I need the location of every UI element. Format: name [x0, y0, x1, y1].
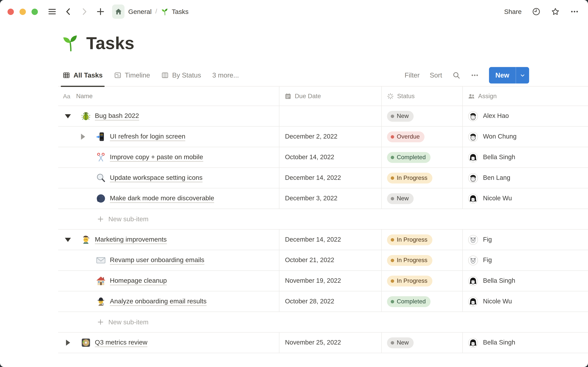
envelope-icon [95, 255, 106, 266]
assign-cell[interactable]: Ben Lang [463, 168, 588, 188]
breadcrumb-page[interactable]: Tasks [172, 8, 189, 16]
new-sub-item-button[interactable]: New sub-item [58, 312, 588, 333]
due-date-cell[interactable]: October 14, 2022 [279, 147, 382, 167]
status-cell[interactable]: In Progress [382, 230, 463, 250]
status-badge[interactable]: In Progress [387, 234, 432, 245]
status-cell[interactable]: In Progress [382, 168, 463, 188]
assign-cell[interactable]: Fig [463, 230, 588, 250]
page-title[interactable]: Tasks [86, 33, 134, 53]
breadcrumb-home-chip[interactable] [112, 4, 124, 19]
due-date-cell[interactable]: December 3, 2022 [279, 188, 382, 209]
task-link[interactable]: Homepage cleanup [110, 277, 167, 285]
zoom-window-button[interactable] [32, 8, 38, 15]
due-date-cell[interactable]: December 2, 2022 [279, 127, 382, 147]
status-badge[interactable]: In Progress [387, 275, 432, 286]
status-cell[interactable]: Completed [382, 291, 463, 311]
status-cell[interactable]: New [382, 106, 463, 126]
magnifier-icon [95, 173, 106, 183]
sidebar-menu-icon[interactable] [48, 7, 57, 16]
task-link[interactable]: Marketing improvements [95, 235, 167, 244]
tab-timeline[interactable]: Timeline [114, 64, 150, 86]
column-header-name[interactable]: Aa Name [58, 87, 279, 106]
house-icon [95, 275, 106, 286]
assign-cell[interactable]: Bella Singh [463, 147, 588, 167]
assign-cell[interactable]: Fig [463, 250, 588, 270]
breadcrumb-workspace[interactable]: General [128, 8, 152, 16]
assign-cell[interactable]: Bella Singh [463, 333, 588, 353]
search-icon[interactable] [452, 71, 460, 79]
column-header-due-date[interactable]: Due Date [279, 87, 382, 106]
task-link[interactable]: UI refresh for login screen [110, 133, 185, 141]
view-more-icon[interactable] [471, 71, 479, 79]
moon-icon [95, 193, 106, 204]
status-badge[interactable]: New [387, 337, 414, 348]
toggle-triangle [65, 238, 71, 242]
task-link[interactable]: Q3 metrics review [95, 338, 147, 347]
toggle-expanded-icon[interactable] [64, 238, 72, 242]
status-badge[interactable]: Completed [387, 152, 431, 163]
status-cell[interactable]: Overdue [382, 127, 463, 147]
task-link[interactable]: Make dark mode more discoverable [110, 194, 214, 203]
task-link[interactable]: Update workspace setting icons [110, 174, 203, 182]
due-date-cell[interactable]: December 14, 2022 [279, 168, 382, 188]
new-sub-item-button[interactable]: New sub-item [58, 209, 588, 230]
assign-cell[interactable]: Alex Hao [463, 106, 588, 126]
status-badge[interactable]: In Progress [387, 173, 432, 183]
page-emoji[interactable] [61, 34, 80, 52]
back-icon[interactable] [64, 7, 73, 16]
status-badge[interactable]: In Progress [387, 255, 432, 266]
due-date-cell[interactable] [279, 106, 382, 126]
forward-icon[interactable] [80, 7, 89, 16]
status-label: In Progress [397, 236, 427, 243]
name-cell: Improve copy + paste on mobile [58, 147, 279, 167]
column-header-assign[interactable]: Assign [463, 87, 588, 106]
tab-all-tasks[interactable]: All Tasks [63, 64, 103, 86]
more-options-icon[interactable] [570, 7, 579, 16]
table-row: Make dark mode more discoverableDecember… [58, 188, 588, 209]
status-dot [391, 135, 394, 138]
status-badge[interactable]: New [387, 193, 414, 204]
assign-cell[interactable]: Won Chung [463, 127, 588, 147]
due-date-cell[interactable]: December 14, 2022 [279, 230, 382, 250]
toggle-collapsed-icon[interactable] [64, 340, 72, 346]
due-date-cell[interactable]: November 25, 2022 [279, 333, 382, 353]
new-page-icon[interactable] [96, 7, 105, 16]
tabs-more-button[interactable]: 3 more... [212, 64, 239, 86]
status-label: Completed [397, 154, 426, 161]
due-date-cell[interactable]: October 28, 2022 [279, 291, 382, 311]
assign-cell[interactable]: Nicole Wu [463, 291, 588, 311]
titlebar-actions: Share [504, 7, 579, 16]
status-cell[interactable]: In Progress [382, 250, 463, 270]
assign-cell[interactable]: Nicole Wu [463, 188, 588, 209]
tab-by-status[interactable]: By Status [161, 64, 201, 86]
column-header-status[interactable]: Status [382, 87, 463, 106]
filter-button[interactable]: Filter [405, 71, 420, 79]
updates-clock-icon[interactable] [532, 7, 541, 16]
task-link[interactable]: Analyze onboarding email results [110, 297, 207, 306]
share-button[interactable]: Share [504, 8, 521, 16]
task-link[interactable]: Bug bash 2022 [95, 112, 139, 120]
status-badge[interactable]: Completed [387, 296, 431, 307]
due-date-cell[interactable]: October 21, 2022 [279, 250, 382, 270]
due-date-value: October 21, 2022 [279, 257, 334, 264]
sort-button[interactable]: Sort [430, 71, 442, 79]
status-cell[interactable]: New [382, 188, 463, 209]
favorite-star-icon[interactable] [551, 7, 560, 16]
status-cell[interactable]: In Progress [382, 271, 463, 291]
close-window-button[interactable] [8, 8, 14, 15]
toggle-collapsed-icon[interactable] [79, 134, 87, 140]
status-badge[interactable]: New [387, 111, 414, 122]
status-label: Overdue [397, 133, 420, 140]
task-link[interactable]: Improve copy + paste on mobile [110, 153, 203, 161]
assign-cell[interactable]: Bella Singh [463, 271, 588, 291]
new-dropdown-button[interactable] [516, 67, 529, 83]
window-controls [8, 8, 38, 15]
status-cell[interactable]: New [382, 333, 463, 353]
toggle-expanded-icon[interactable] [64, 114, 72, 118]
due-date-cell[interactable]: November 19, 2022 [279, 271, 382, 291]
minimize-window-button[interactable] [19, 8, 26, 15]
task-link[interactable]: Revamp user onboarding emails [110, 256, 204, 265]
status-cell[interactable]: Completed [382, 147, 463, 167]
new-button[interactable]: New [489, 67, 516, 83]
status-badge[interactable]: Overdue [387, 131, 425, 142]
